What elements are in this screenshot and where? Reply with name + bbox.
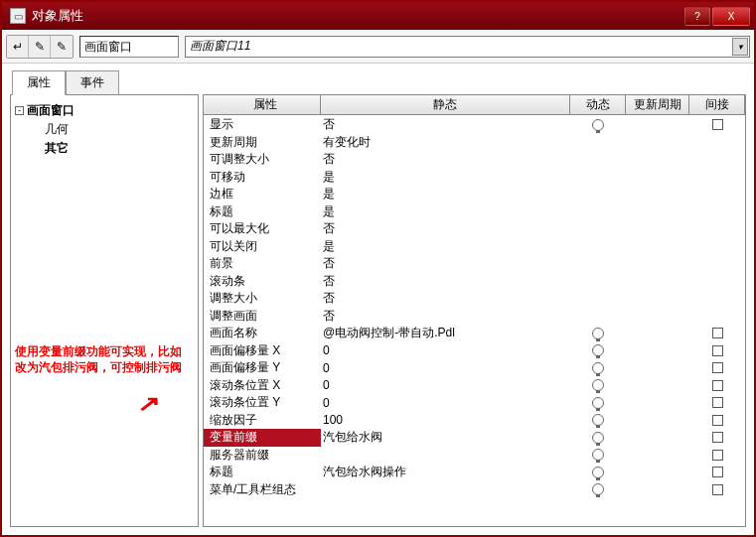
- cell-static[interactable]: 0: [321, 377, 570, 395]
- cell-update[interactable]: [626, 169, 689, 187]
- table-row[interactable]: 显示否: [204, 116, 745, 134]
- col-header-attr[interactable]: 属性: [204, 95, 321, 114]
- cell-indirect[interactable]: [689, 273, 745, 291]
- table-row[interactable]: 调整大小否: [204, 290, 745, 308]
- tree-child-other[interactable]: 其它: [15, 139, 194, 158]
- cell-indirect[interactable]: [689, 116, 745, 134]
- checkbox[interactable]: [712, 119, 723, 130]
- bulb-icon[interactable]: [592, 432, 604, 444]
- cell-indirect[interactable]: [689, 220, 745, 238]
- cell-dynamic[interactable]: [570, 377, 626, 395]
- cell-dynamic[interactable]: [570, 255, 626, 273]
- bulb-icon[interactable]: [592, 449, 604, 461]
- tree-root-row[interactable]: - 画面窗口: [15, 101, 194, 120]
- cell-update[interactable]: [626, 447, 689, 465]
- cell-indirect[interactable]: [689, 238, 745, 256]
- cell-dynamic[interactable]: [570, 290, 626, 308]
- cell-static[interactable]: [321, 447, 570, 465]
- tab-events[interactable]: 事件: [66, 70, 119, 95]
- cell-indirect[interactable]: [689, 481, 745, 499]
- cell-indirect[interactable]: [689, 255, 745, 273]
- cell-update[interactable]: [626, 186, 689, 203]
- table-row[interactable]: 标题汽包给水阀操作: [204, 464, 745, 481]
- bulb-icon[interactable]: [592, 119, 604, 131]
- cell-static[interactable]: 是: [321, 186, 570, 203]
- tool-btn-2[interactable]: ✎: [29, 36, 51, 58]
- object-name-field[interactable]: 画面窗口: [79, 36, 179, 58]
- checkbox[interactable]: [712, 380, 723, 391]
- cell-static[interactable]: 否: [321, 255, 570, 273]
- table-row[interactable]: 更新周期有变化时: [204, 134, 745, 152]
- cell-update[interactable]: [626, 255, 689, 273]
- col-header-indirect[interactable]: 间接: [689, 95, 745, 114]
- cell-update[interactable]: [626, 359, 689, 377]
- cell-indirect[interactable]: [689, 290, 745, 308]
- table-row[interactable]: 可调整大小否: [204, 151, 745, 169]
- cell-dynamic[interactable]: [570, 186, 626, 203]
- cell-update[interactable]: [626, 325, 689, 342]
- cell-dynamic[interactable]: [570, 134, 626, 152]
- cell-update[interactable]: [626, 273, 689, 291]
- bulb-icon[interactable]: [592, 362, 604, 374]
- table-row[interactable]: 边框是: [204, 186, 745, 203]
- cell-indirect[interactable]: [689, 325, 745, 342]
- cell-update[interactable]: [626, 412, 689, 430]
- checkbox[interactable]: [712, 345, 723, 356]
- bulb-icon[interactable]: [592, 379, 604, 391]
- cell-update[interactable]: [626, 238, 689, 256]
- cell-dynamic[interactable]: [570, 394, 626, 412]
- cell-indirect[interactable]: [689, 169, 745, 187]
- cell-indirect[interactable]: [689, 429, 745, 447]
- cell-dynamic[interactable]: [570, 273, 626, 291]
- cell-update[interactable]: [626, 116, 689, 134]
- cell-static[interactable]: 0: [321, 342, 570, 360]
- cell-static[interactable]: 100: [321, 412, 570, 430]
- bulb-icon[interactable]: [592, 397, 604, 409]
- cell-dynamic[interactable]: [570, 308, 626, 326]
- cell-indirect[interactable]: [689, 134, 745, 152]
- table-row[interactable]: 滚动条否: [204, 273, 745, 291]
- col-header-dynamic[interactable]: 动态: [570, 95, 626, 114]
- cell-dynamic[interactable]: [570, 464, 626, 481]
- checkbox[interactable]: [712, 467, 723, 477]
- cell-update[interactable]: [626, 464, 689, 481]
- cell-static[interactable]: 是: [321, 203, 570, 221]
- chevron-down-icon[interactable]: ▾: [732, 38, 748, 56]
- cell-indirect[interactable]: [689, 342, 745, 360]
- cell-update[interactable]: [626, 308, 689, 326]
- tool-btn-3[interactable]: ✎: [51, 36, 73, 58]
- cell-dynamic[interactable]: [570, 325, 626, 342]
- bulb-icon[interactable]: [592, 414, 604, 426]
- checkbox[interactable]: [712, 328, 723, 338]
- bulb-icon[interactable]: [592, 483, 604, 495]
- table-row[interactable]: 调整画面否: [204, 308, 745, 326]
- cell-static[interactable]: 否: [321, 308, 570, 326]
- cell-indirect[interactable]: [689, 359, 745, 377]
- cell-static[interactable]: @电动阀控制-带自动.Pdl: [321, 325, 570, 342]
- tab-properties[interactable]: 属性: [12, 70, 66, 95]
- cell-dynamic[interactable]: [570, 481, 626, 499]
- bulb-icon[interactable]: [592, 467, 604, 478]
- col-header-update[interactable]: 更新周期: [626, 95, 689, 114]
- table-row[interactable]: 画面名称@电动阀控制-带自动.Pdl: [204, 325, 745, 342]
- cell-indirect[interactable]: [689, 186, 745, 203]
- cell-update[interactable]: [626, 203, 689, 221]
- table-row[interactable]: 可移动是: [204, 169, 745, 187]
- cell-dynamic[interactable]: [570, 203, 626, 221]
- cell-static[interactable]: 0: [321, 359, 570, 377]
- table-row[interactable]: 画面偏移量 X0: [204, 342, 745, 360]
- cell-indirect[interactable]: [689, 394, 745, 412]
- cell-update[interactable]: [626, 151, 689, 169]
- cell-static[interactable]: 有变化时: [321, 134, 570, 152]
- table-row[interactable]: 画面偏移量 Y0: [204, 359, 745, 377]
- table-row[interactable]: 可以最大化否: [204, 220, 745, 238]
- cell-update[interactable]: [626, 220, 689, 238]
- cell-dynamic[interactable]: [570, 151, 626, 169]
- cell-indirect[interactable]: [689, 412, 745, 430]
- col-header-static[interactable]: 静态: [321, 95, 570, 114]
- object-selector[interactable]: 画面窗口11 ▾: [185, 36, 750, 58]
- cell-update[interactable]: [626, 342, 689, 360]
- cell-static[interactable]: 是: [321, 169, 570, 187]
- cell-update[interactable]: [626, 394, 689, 412]
- cell-dynamic[interactable]: [570, 169, 626, 187]
